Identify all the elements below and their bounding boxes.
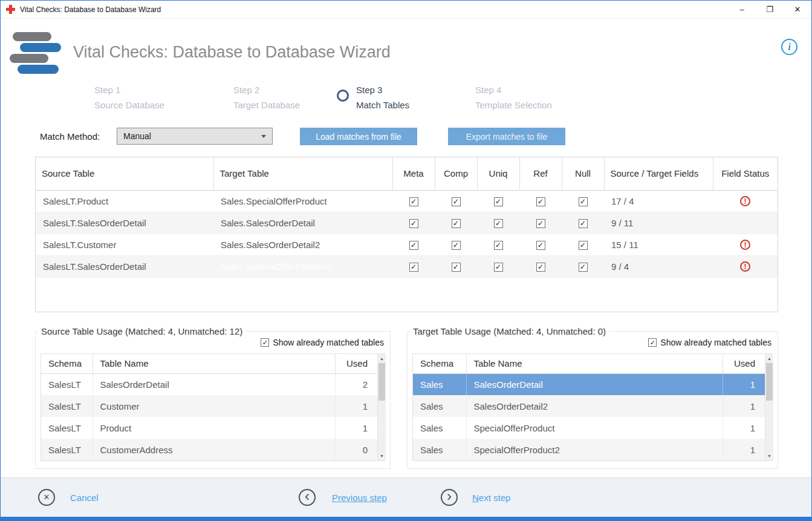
table-name-cell[interactable]: Product — [93, 417, 335, 439]
usage-row[interactable]: SalesLT Product 1 — [41, 417, 377, 439]
table-name-cell[interactable]: SalesOrderDetail2 — [466, 395, 723, 417]
scroll-track[interactable] — [378, 363, 386, 451]
col-ref: Ref — [519, 157, 562, 190]
title-bar: Vital Checks: Database to Database Wizar… — [1, 1, 811, 19]
meta-checkbox[interactable] — [409, 219, 418, 228]
ref-checkbox[interactable] — [536, 263, 545, 272]
meta-checkbox[interactable] — [409, 197, 418, 206]
match-row[interactable]: SalesLT.SalesOrderDetail Sales.SpecialOf… — [36, 255, 778, 277]
next-step-icon[interactable]: › — [441, 489, 458, 506]
app-cross-icon — [6, 5, 15, 14]
usage-row[interactable]: Sales SalesOrderDetail2 1 — [413, 395, 765, 417]
col-schema: Schema — [41, 354, 93, 373]
previous-step-button[interactable]: Previous step — [332, 493, 387, 503]
null-checkbox[interactable] — [579, 219, 588, 228]
step-2-target-database[interactable]: Step 2 Target Database — [233, 82, 300, 113]
scroll-thumb[interactable] — [378, 363, 385, 401]
usage-row[interactable]: SalesLT SalesOrderDetail 2 — [41, 373, 377, 395]
close-button[interactable]: ✕ — [784, 1, 811, 18]
schema-cell[interactable]: SalesLT — [41, 373, 93, 395]
target-table-cell[interactable]: Sales.SpecialOfferProduct — [213, 190, 392, 212]
source-usage-panel: Source Table Usage (Matched: 4, Unmatche… — [35, 331, 391, 469]
comp-checkbox[interactable] — [452, 263, 461, 272]
field-status-empty — [713, 212, 778, 234]
null-checkbox[interactable] — [579, 263, 588, 272]
source-usage-scrollbar[interactable]: ▲ ▼ — [377, 354, 386, 460]
info-icon[interactable]: i — [781, 39, 797, 55]
match-row[interactable]: SalesLT.Product Sales.SpecialOfferProduc… — [36, 190, 778, 212]
scroll-track[interactable] — [765, 363, 773, 451]
match-row[interactable]: SalesLT.SalesOrderDetail Sales.SalesOrde… — [36, 212, 778, 234]
usage-row-selected[interactable]: Sales SalesOrderDetail 1 — [413, 373, 765, 395]
target-usage-scrollbar[interactable]: ▲ ▼ — [765, 354, 773, 460]
schema-cell[interactable]: SalesLT — [41, 417, 93, 439]
target-table-cell-selected[interactable]: Sales.SpecialOfferProduct2 — [213, 255, 392, 277]
null-checkbox[interactable] — [579, 241, 588, 250]
col-field-status: Field Status — [713, 157, 778, 190]
match-row[interactable]: SalesLT.Customer Sales.SalesOrderDetail2… — [36, 234, 778, 255]
show-matched-target-toggle[interactable]: Show already matched tables — [648, 338, 771, 347]
scroll-down-icon[interactable]: ▼ — [765, 451, 773, 460]
show-matched-source-toggle[interactable]: Show already matched tables — [261, 338, 384, 347]
maximize-button[interactable]: ❐ — [756, 1, 784, 18]
target-table-cell[interactable]: Sales.SalesOrderDetail — [213, 212, 392, 234]
source-usage-title: Source Table Usage (Matched: 4, Unmatche… — [38, 326, 245, 336]
scroll-thumb[interactable] — [766, 363, 773, 401]
table-name-cell[interactable]: SalesOrderDetail — [466, 373, 723, 395]
scroll-up-icon[interactable]: ▲ — [378, 354, 386, 363]
field-status-warning-icon — [740, 240, 750, 250]
next-step-button[interactable]: Next step — [472, 493, 510, 503]
cancel-icon[interactable]: ✕ — [38, 489, 55, 506]
source-table-cell[interactable]: SalesLT.SalesOrderDetail — [36, 255, 213, 277]
load-matches-button[interactable]: Load matches from file — [300, 128, 417, 145]
comp-checkbox[interactable] — [452, 241, 461, 250]
source-table-cell[interactable]: SalesLT.SalesOrderDetail — [36, 212, 213, 234]
scroll-up-icon[interactable]: ▲ — [765, 354, 773, 363]
uniq-checkbox[interactable] — [494, 241, 503, 250]
target-table-cell[interactable]: Sales.SalesOrderDetail2 — [213, 234, 392, 255]
source-usage-table: Schema Table Name Used SalesLT SalesOrde… — [41, 354, 377, 460]
meta-checkbox[interactable] — [409, 241, 418, 250]
schema-cell[interactable]: Sales — [413, 439, 466, 460]
step-1-source-database[interactable]: Step 1 Source Database — [94, 82, 164, 113]
source-table-cell[interactable]: SalesLT.Customer — [36, 234, 213, 255]
table-name-cell[interactable]: SalesOrderDetail — [93, 373, 335, 395]
cancel-button[interactable]: Cancel — [70, 493, 99, 503]
uniq-checkbox[interactable] — [494, 219, 503, 228]
meta-checkbox[interactable] — [409, 263, 418, 272]
uniq-checkbox[interactable] — [494, 197, 503, 206]
usage-row[interactable]: SalesLT Customer 1 — [41, 395, 377, 417]
schema-cell[interactable]: SalesLT — [41, 395, 93, 417]
table-name-cell[interactable]: Customer — [93, 395, 335, 417]
comp-checkbox[interactable] — [452, 197, 461, 206]
ref-checkbox[interactable] — [536, 197, 545, 206]
chevron-down-icon — [261, 135, 266, 138]
show-matched-source-checkbox[interactable] — [261, 338, 269, 347]
schema-cell[interactable]: Sales — [413, 395, 466, 417]
step-4-template-selection[interactable]: Step 4 Template Selection — [475, 82, 552, 113]
export-matches-button[interactable]: Export matches to file — [448, 128, 565, 145]
usage-row[interactable]: Sales SpecialOfferProduct2 1 — [413, 439, 765, 460]
minimize-button[interactable]: – — [728, 1, 756, 18]
table-name-cell[interactable]: SpecialOfferProduct — [466, 417, 723, 439]
show-matched-target-checkbox[interactable] — [648, 338, 657, 347]
table-name-cell[interactable]: SpecialOfferProduct2 — [466, 439, 723, 460]
null-checkbox[interactable] — [579, 197, 588, 206]
col-uniq: Uniq — [477, 157, 519, 190]
source-table-cell[interactable]: SalesLT.Product — [36, 190, 213, 212]
previous-step-icon[interactable]: ‹ — [299, 489, 316, 506]
schema-cell[interactable]: Sales — [413, 417, 466, 439]
usage-row[interactable]: SalesLT CustomerAddress 0 — [41, 439, 377, 460]
app-window: Vital Checks: Database to Database Wizar… — [0, 0, 812, 521]
table-name-cell[interactable]: CustomerAddress — [93, 439, 335, 460]
step-3-match-tables[interactable]: Step 3 Match Tables — [337, 82, 409, 113]
comp-checkbox[interactable] — [452, 219, 461, 228]
ref-checkbox[interactable] — [536, 241, 545, 250]
usage-row[interactable]: Sales SpecialOfferProduct 1 — [413, 417, 765, 439]
match-method-select[interactable]: Manual — [117, 128, 273, 145]
schema-cell[interactable]: Sales — [413, 373, 466, 395]
schema-cell[interactable]: SalesLT — [41, 439, 93, 460]
ref-checkbox[interactable] — [536, 219, 545, 228]
scroll-down-icon[interactable]: ▼ — [378, 451, 386, 460]
uniq-checkbox[interactable] — [494, 263, 503, 272]
